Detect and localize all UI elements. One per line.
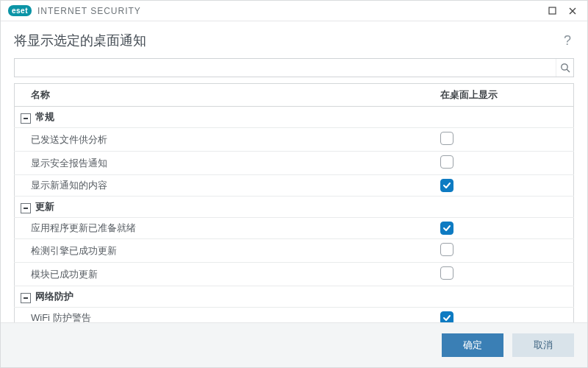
item-label: 显示新通知的内容 [15,175,434,197]
content-area: 名称 在桌面上显示 常规已发送文件供分析显示安全报告通知显示新通知的内容更新应用… [1,58,587,322]
svg-rect-0 [549,7,556,14]
category-label: 常规 [35,111,54,122]
dialog-header: 将显示选定的桌面通知 ? [1,21,587,58]
table-row: 检测引擎已成功更新 [15,239,574,263]
search-icon [560,63,570,73]
collapse-icon[interactable] [21,203,31,213]
show-on-desktop-checkbox[interactable] [440,222,453,235]
titlebar: eset INTERNET SECURITY [1,1,587,21]
show-on-desktop-checkbox[interactable] [440,155,453,169]
table-row: 应用程序更新已准备就绪 [15,218,574,239]
dialog-footer: 确定 取消 [1,322,587,367]
item-label: 模块已成功更新 [15,263,434,286]
show-on-desktop-checkbox[interactable] [440,311,453,322]
page-title: 将显示选定的桌面通知 [14,32,146,49]
show-on-desktop-checkbox[interactable] [440,179,453,192]
item-label: 显示安全报告通知 [15,152,434,175]
app-window: eset INTERNET SECURITY 将显示选定的桌面通知 ? 名称 在… [0,0,588,368]
maximize-icon [548,7,556,15]
close-icon [568,7,577,15]
column-header-name[interactable]: 名称 [15,84,434,107]
svg-point-1 [561,64,567,70]
category-row[interactable]: 常规 [15,107,574,128]
collapse-icon[interactable] [21,113,31,124]
search-wrapper [14,58,574,77]
item-label: 应用程序更新已准备就绪 [15,218,434,239]
show-on-desktop-checkbox[interactable] [440,132,453,145]
search-input[interactable] [14,58,574,77]
category-row[interactable]: 网络防护 [15,286,574,308]
svg-rect-2 [24,118,28,119]
category-label: 更新 [35,201,54,212]
show-on-desktop-checkbox[interactable] [440,266,453,280]
svg-rect-4 [24,297,28,299]
collapse-icon[interactable] [21,293,31,303]
window-close-button[interactable] [562,4,583,18]
show-on-desktop-checkbox[interactable] [440,243,453,256]
item-label: 已发送文件供分析 [15,128,434,152]
notifications-table: 名称 在桌面上显示 常规已发送文件供分析显示安全报告通知显示新通知的内容更新应用… [14,83,574,322]
table-row: WiFi 防护警告 [15,308,574,323]
category-label: 网络防护 [35,291,74,302]
item-label: WiFi 防护警告 [15,308,434,323]
search-button[interactable] [556,59,573,77]
table-row: 显示安全报告通知 [15,152,574,175]
column-header-show[interactable]: 在桌面上显示 [434,84,574,107]
table-row: 已发送文件供分析 [15,128,574,152]
item-label: 检测引擎已成功更新 [15,239,434,263]
help-button[interactable]: ? [561,33,574,49]
table-header-row: 名称 在桌面上显示 [15,84,574,107]
category-row[interactable]: 更新 [15,197,574,218]
ok-button[interactable]: 确定 [442,333,503,357]
brand-badge: eset [8,5,32,16]
cancel-button[interactable]: 取消 [512,333,574,357]
brand-name: INTERNET SECURITY [37,6,141,16]
svg-rect-3 [24,208,28,209]
window-maximize-button[interactable] [542,4,562,18]
table-row: 显示新通知的内容 [15,175,574,197]
table-row: 模块已成功更新 [15,263,574,286]
